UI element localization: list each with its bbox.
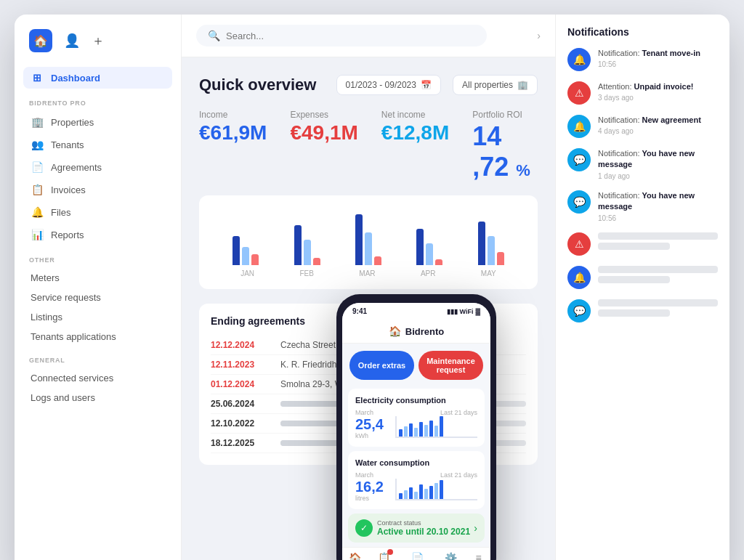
chart-label-mar: MAR bbox=[359, 269, 375, 277]
bar-feb-2 bbox=[304, 240, 311, 265]
user-icon[interactable]: 👤 bbox=[64, 33, 80, 49]
phone-header: 🏠 Bidrento bbox=[342, 320, 490, 344]
chart-group-feb bbox=[279, 225, 334, 265]
sidebar-item-service-requests[interactable]: Service requests bbox=[23, 288, 172, 307]
chart-label-may: MAY bbox=[481, 269, 496, 277]
bar-jan-3 bbox=[251, 254, 259, 265]
ea-date: 12.10.2022 bbox=[211, 418, 269, 429]
contract-label: Contract status bbox=[377, 519, 470, 527]
mini-bar bbox=[424, 425, 428, 437]
sidebar-item-dashboard[interactable]: ⊞ Dashboard bbox=[23, 67, 172, 89]
phone-nav-contracts[interactable]: 📄 Contracts bbox=[405, 552, 430, 560]
bar-may-1 bbox=[478, 222, 485, 265]
notif-time: 1 day ago bbox=[598, 172, 718, 180]
building-icon: 🏢 bbox=[517, 80, 528, 90]
sidebar-item-label: Properties bbox=[51, 117, 94, 128]
date-filter-button[interactable]: 01/2023 - 09/2023 📅 bbox=[336, 75, 441, 95]
phone-bottom-nav: 🏠 Home 📋 Invoices 📄 Contracts bbox=[342, 547, 490, 560]
chevron-right-icon[interactable]: › bbox=[537, 30, 541, 41]
phone-brand: Bidrento bbox=[405, 326, 444, 337]
add-icon[interactable]: ＋ bbox=[92, 32, 105, 49]
maintenance-request-button[interactable]: Maintenance request bbox=[418, 351, 483, 380]
mini-bar bbox=[399, 429, 403, 437]
mini-bar bbox=[409, 487, 413, 499]
mini-bar bbox=[429, 486, 433, 499]
net-income-value: €12,8M bbox=[381, 121, 449, 145]
properties-icon: 🏢 bbox=[31, 116, 44, 128]
search-input[interactable] bbox=[226, 31, 475, 41]
nav-section-other: OTHER bbox=[23, 246, 172, 268]
bar-may-2 bbox=[488, 236, 495, 265]
phone-time: 9:41 bbox=[352, 307, 367, 315]
sidebar-item-meters[interactable]: Meters bbox=[23, 268, 172, 288]
sidebar-item-connected-services[interactable]: Connected services bbox=[23, 368, 172, 388]
sidebar-item-tenants-applications[interactable]: Tenants applications bbox=[23, 327, 172, 346]
chart-bars bbox=[211, 207, 526, 265]
contract-status[interactable]: ✓ Contract status Active until 20.10 202… bbox=[348, 514, 485, 543]
electricity-current: March 25,4 kWh bbox=[355, 409, 384, 439]
tenants-icon: 👥 bbox=[31, 139, 44, 150]
sidebar-item-agreements[interactable]: 📄 Agreements bbox=[23, 156, 172, 178]
logo-icon[interactable]: 🏠 bbox=[29, 29, 52, 52]
chart-label-feb: FEB bbox=[299, 269, 313, 277]
sidebar-item-logs-users[interactable]: Logs and users bbox=[23, 388, 172, 407]
phone-status-bar: 9:41 ▮▮▮ WiFi ▓ bbox=[342, 303, 490, 320]
calendar-icon: 📅 bbox=[421, 80, 432, 90]
water-period: March bbox=[355, 471, 384, 479]
search-icon: 🔍 bbox=[208, 30, 220, 41]
overview-header: Quick overview 01/2023 - 09/2023 📅 All p… bbox=[199, 75, 538, 95]
mini-bar bbox=[409, 423, 413, 437]
wifi-icon: WiFi bbox=[460, 308, 474, 315]
notification-item: 💬 Notification: You have new message 1 d… bbox=[567, 148, 718, 180]
notif-time: 10:56 bbox=[598, 60, 718, 68]
income-value: €61,9M bbox=[199, 121, 267, 145]
phone-nav-home[interactable]: 🏠 Home bbox=[347, 552, 363, 560]
nav-section-bidrento: BIDRENTO PRO bbox=[23, 89, 172, 111]
bar-feb-3 bbox=[313, 258, 320, 265]
notif-content: Notification: Tenant move-in 10:56 bbox=[598, 48, 718, 68]
elec-unit: kWh bbox=[355, 432, 384, 439]
sidebar-item-invoices[interactable]: 📋 Invoices bbox=[23, 179, 172, 200]
electricity-metrics: March 25,4 kWh Last 21 days bbox=[355, 409, 477, 439]
notif-content-skeleton bbox=[598, 232, 718, 253]
water-metrics: March 16,2 litres Last 21 days bbox=[355, 471, 477, 502]
sidebar-item-tenants[interactable]: 👥 Tenants bbox=[23, 134, 172, 155]
skeleton-line bbox=[598, 299, 718, 307]
mini-bar bbox=[404, 490, 408, 499]
ea-date: 12.11.2023 bbox=[211, 360, 269, 370]
skeleton-line bbox=[598, 276, 670, 283]
sidebar-item-files[interactable]: 🔔 Files bbox=[23, 201, 172, 223]
notification-item-skeleton: 💬 bbox=[567, 299, 718, 322]
expenses-label: Expenses bbox=[290, 110, 357, 120]
files-icon: 🔔 bbox=[31, 206, 44, 218]
phone-nav-invoices[interactable]: 📋 Invoices bbox=[373, 552, 395, 560]
electricity-title: Electricity consumption bbox=[355, 396, 477, 405]
bar-mar-2 bbox=[365, 232, 372, 265]
contract-info: Contract status Active until 20.10 2021 bbox=[377, 519, 470, 537]
water-section: Water consumption March 16,2 litres Last… bbox=[348, 451, 485, 509]
contracts-nav-icon: 📄 bbox=[411, 552, 424, 560]
stats-row: Income €61,9M Expenses €49,1M Net income… bbox=[199, 110, 538, 182]
chart-group-apr bbox=[402, 229, 457, 265]
bar-feb-1 bbox=[294, 225, 302, 265]
search-bar[interactable]: 🔍 bbox=[196, 25, 487, 46]
order-extras-button[interactable]: Order extras bbox=[349, 351, 414, 380]
water-current: March 16,2 litres bbox=[355, 471, 384, 502]
stat-expenses: Expenses €49,1M bbox=[290, 110, 357, 182]
sidebar-item-listings[interactable]: Listings bbox=[23, 307, 172, 327]
sidebar-item-properties[interactable]: 🏢 Properties bbox=[23, 111, 172, 133]
notif-time: 4 days ago bbox=[598, 127, 718, 135]
phone-mockup-wrapper: 9:41 ▮▮▮ WiFi ▓ 🏠 Bidrento bbox=[336, 294, 496, 560]
mini-bar bbox=[440, 416, 443, 437]
phone-nav-more[interactable]: ≡ More bbox=[472, 552, 485, 560]
more-nav-icon: ≡ bbox=[476, 552, 482, 560]
bar-mar-1 bbox=[355, 214, 363, 265]
electricity-chart: Last 21 days bbox=[395, 409, 477, 439]
sidebar-item-reports[interactable]: 📊 Reports bbox=[23, 224, 172, 245]
mini-bar bbox=[434, 483, 438, 499]
phone-nav-settings[interactable]: ⚙️ Settings bbox=[440, 552, 461, 560]
mini-bar bbox=[404, 426, 408, 437]
notif-text: Attention: Unpaid invoice! bbox=[598, 81, 718, 92]
mini-bar bbox=[414, 428, 418, 437]
property-filter-button[interactable]: All properties 🏢 bbox=[453, 75, 538, 95]
